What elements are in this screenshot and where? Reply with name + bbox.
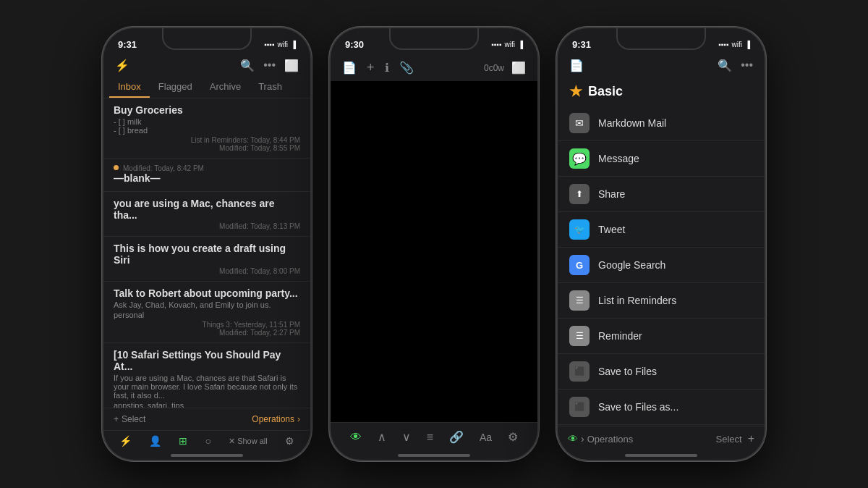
tab-inbox[interactable]: Inbox [109, 77, 150, 98]
share-item-reminder[interactable]: ☰ Reminder [558, 319, 765, 354]
note-title: Buy Groceries [114, 104, 300, 116]
eye-icon-3[interactable]: 👁 [568, 433, 578, 445]
note-meta: Things 3: Yesterday, 11:51 PM [114, 321, 300, 329]
eye-icon[interactable]: 👁 [350, 431, 362, 444]
status-bar-2: 9:30 ▪▪▪▪ wifi ▐ [331, 28, 537, 54]
note-meta: Modified: Today, 8:00 PM [114, 267, 300, 275]
twitter-icon: 🐦 [569, 219, 590, 240]
home-indicator-1 [171, 454, 243, 457]
operations-label: Operations [252, 414, 294, 424]
home-indicator-2 [398, 454, 470, 457]
more-icon-3[interactable]: ••• [741, 59, 753, 72]
share-item-google-search[interactable]: G Google Search [558, 248, 765, 283]
compose-icon-1[interactable]: ⬜ [284, 59, 299, 72]
show-all-label[interactable]: ✕ Show all [229, 437, 268, 446]
note-meta: Modified: Today, 8:42 PM [123, 164, 204, 172]
search-icon-3[interactable]: 🔍 [718, 59, 732, 72]
note-title: you are using a Mac, chances are tha... [114, 198, 300, 221]
doc-icon-3[interactable]: 📄 [569, 59, 584, 72]
add-note-button[interactable]: + Select [114, 414, 145, 424]
note-meta: Modified: Today, 8:55 PM [114, 144, 300, 152]
grid-icon[interactable]: ⊞ [179, 435, 187, 447]
chevron-up-icon[interactable]: ∧ [378, 430, 386, 444]
battery-icon-3: ▐ [745, 41, 750, 49]
markdown-mail-icon: ✉ [569, 113, 590, 133]
share-item-markdown-mail[interactable]: ✉ Markdown Mail [558, 106, 765, 141]
plus-icon-editor[interactable]: + [367, 60, 375, 75]
note-title: [10 Safari Settings You Should Pay At... [114, 349, 300, 372]
status-icons-1: ▪▪▪▪ wifi ▐ [264, 41, 296, 49]
list-item[interactable]: Talk to Robert about upcoming party... A… [103, 282, 310, 343]
tab-flagged[interactable]: Flagged [150, 77, 201, 98]
tab-trash[interactable]: Trash [250, 77, 291, 98]
share-item-save-files[interactable]: ⬛ Save to Files [558, 354, 765, 390]
note-tags: appstips, safari, tips [114, 401, 300, 408]
signal-icon-2: ▪▪▪▪ [491, 41, 501, 49]
status-time-2: 9:30 [345, 39, 364, 50]
list-item[interactable]: [10 Safari Settings You Should Pay At...… [103, 343, 310, 408]
chevron-right-icon-3[interactable]: › [581, 433, 584, 445]
tabs-bar: Inbox Flagged Archive Trash [103, 77, 310, 98]
status-time-1: 9:31 [118, 39, 137, 50]
share-item-save-files-as[interactable]: ⬛ Save to Files as... [558, 390, 765, 425]
circle-icon[interactable]: ○ [205, 435, 210, 447]
battery-icon-2: ▐ [518, 41, 523, 49]
bottom-bar-1: + Select Operations › [103, 408, 310, 430]
link-icon[interactable]: 🔗 [449, 430, 464, 444]
select-label[interactable]: Select [122, 414, 145, 424]
status-time-3: 9:31 [572, 39, 591, 50]
filter-bar: ⚡ 👤 ⊞ ○ ✕ Show all ⚙ [103, 430, 310, 451]
search-icon-1[interactable]: 🔍 [240, 59, 255, 72]
select-label-3[interactable]: Select [716, 434, 742, 445]
editor-bottom-bar: 👁 ∧ ∨ ≡ 🔗 Aa ⚙ [331, 422, 537, 451]
wifi-icon-2: wifi [504, 41, 514, 49]
version-label: 0c0w [484, 63, 504, 73]
tweet-label: Tweet [598, 224, 625, 235]
list-item[interactable]: you are using a Mac, chances are tha... … [103, 192, 310, 237]
list-icon[interactable]: ≡ [427, 431, 433, 444]
save-files-label: Save to Files [598, 366, 657, 377]
note-meta: Modified: Today, 2:27 PM [114, 329, 300, 337]
list-item[interactable]: Buy Groceries - [ ] milk- [ ] bread List… [103, 98, 310, 159]
operations-button[interactable]: Operations › [252, 414, 300, 424]
share-item-tweet[interactable]: 🐦 Tweet [558, 212, 765, 248]
person-icon[interactable]: 👤 [149, 435, 161, 447]
doc-icon[interactable]: 📄 [342, 61, 357, 75]
more-icon-1[interactable]: ••• [263, 59, 276, 72]
editor-area[interactable] [331, 81, 537, 422]
filter-icon[interactable]: ⚡ [115, 59, 129, 72]
share-item-share[interactable]: ⬆ Share [558, 177, 765, 212]
font-icon[interactable]: Aa [480, 432, 492, 443]
note-list: Buy Groceries - [ ] milk- [ ] bread List… [103, 98, 310, 408]
list-item[interactable]: Modified: Today, 8:42 PM —blank— [103, 159, 310, 192]
list-reminders-label: List in Reminders [598, 295, 676, 306]
reminder-icon: ☰ [569, 326, 590, 346]
plus-icon-3[interactable]: + [748, 432, 754, 445]
toolbar-3: 📄 🔍 ••• [558, 54, 765, 77]
phone-editor-screen: 9:30 ▪▪▪▪ wifi ▐ 📄 + ℹ 📎 [331, 28, 537, 460]
plus-icon: + [114, 414, 119, 424]
info-icon[interactable]: ℹ [385, 61, 389, 75]
list-item[interactable]: This is how you create a draft using Sir… [103, 237, 310, 282]
share-item-list-reminders[interactable]: ☰ List in Reminders [558, 283, 765, 319]
copy-icon[interactable]: ⬜ [511, 61, 526, 75]
markdown-mail-label: Markdown Mail [598, 117, 666, 129]
note-title: Talk to Robert about upcoming party... [114, 287, 300, 299]
reminder-label: Reminder [598, 330, 642, 342]
phone-share: 9:31 ▪▪▪▪ wifi ▐ 📄 🔍 ••• [556, 27, 766, 461]
funnel-icon[interactable]: ⚡ [119, 435, 132, 447]
note-preview: Ask Jay, Chad, Kovach, and Emily to join… [114, 300, 300, 309]
section-title: Basic [588, 84, 623, 99]
note-meta: Modified: Today, 8:13 PM [114, 222, 300, 230]
toolbar-1: ⚡ 🔍 ••• ⬜ [103, 54, 310, 77]
chevron-down-icon[interactable]: ∨ [402, 430, 411, 444]
settings-icon[interactable]: ⚙ [285, 435, 294, 447]
reminders-icon: ☰ [569, 290, 590, 311]
paperclip-icon[interactable]: 📎 [399, 61, 414, 75]
gear-icon-editor[interactable]: ⚙ [508, 430, 518, 444]
share-item-message[interactable]: 💬 Message [558, 141, 765, 177]
phone-inbox: 9:31 ▪▪▪▪ wifi ▐ ⚡ 🔍 ••• ⬜ [102, 27, 312, 461]
operations-label-3[interactable]: Operations [587, 434, 634, 445]
tab-archive[interactable]: Archive [201, 77, 250, 98]
message-label: Message [598, 153, 639, 164]
